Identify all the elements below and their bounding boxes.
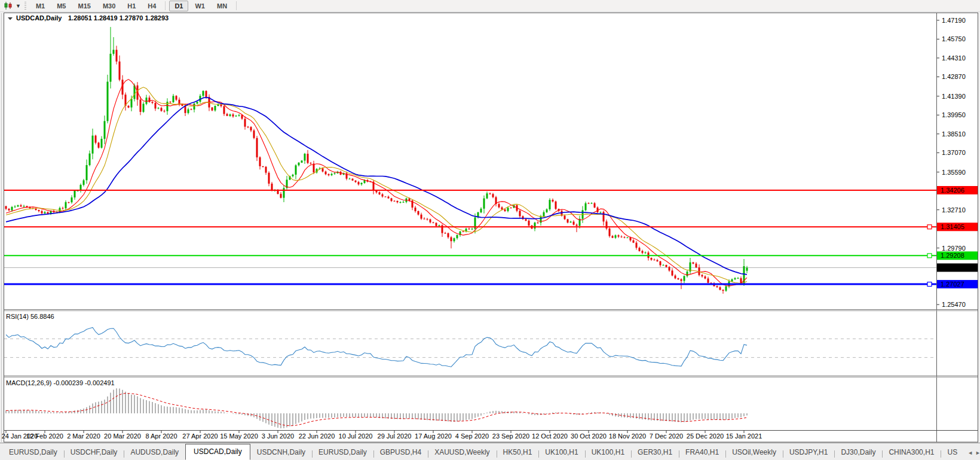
current-price-label: 1.28293 bbox=[941, 264, 964, 271]
candle bbox=[570, 222, 572, 223]
timeframe-m30[interactable]: M30 bbox=[97, 1, 121, 11]
tab-usdchf-daily[interactable]: USDCHF,Daily bbox=[64, 446, 124, 460]
timeframe-h1[interactable]: H1 bbox=[122, 1, 141, 11]
candle bbox=[621, 237, 623, 237]
tab-uk100-h1[interactable]: UK100,H1 bbox=[585, 446, 631, 460]
candle bbox=[708, 279, 709, 283]
candle bbox=[549, 200, 551, 209]
candle bbox=[322, 168, 324, 171]
price-tick-label: 1.25470 bbox=[942, 301, 966, 308]
tab-eurusd-daily[interactable]: EURUSD,Daily bbox=[312, 446, 373, 460]
date-tick-label: 17 Aug 2020 bbox=[415, 432, 452, 440]
candle bbox=[421, 215, 422, 219]
tab-fra40-h1[interactable]: FRA40,H1 bbox=[679, 446, 725, 460]
candle bbox=[250, 127, 252, 130]
candle bbox=[627, 237, 629, 238]
candle bbox=[161, 108, 163, 111]
candle bbox=[41, 211, 43, 214]
date-tick-label: 29 Jul 2020 bbox=[378, 432, 412, 440]
tab-gbpusd-h4[interactable]: GBPUSD,H4 bbox=[373, 446, 428, 460]
candle bbox=[486, 193, 488, 198]
candle bbox=[415, 208, 416, 211]
candle bbox=[241, 115, 243, 118]
candle bbox=[600, 212, 602, 212]
candle bbox=[731, 279, 733, 281]
tab-usdjpy-h1[interactable]: USDJPY,H1 bbox=[783, 446, 834, 460]
tab-hk50-h1[interactable]: HK50,H1 bbox=[497, 446, 539, 460]
candle bbox=[146, 98, 148, 103]
candle bbox=[642, 251, 644, 253]
candle bbox=[212, 108, 213, 111]
timeframe-m5[interactable]: M5 bbox=[51, 1, 71, 11]
tab-audusd-daily[interactable]: AUDUSD,Daily bbox=[124, 446, 185, 460]
price-tick-label: 1.47190 bbox=[942, 17, 966, 24]
macd-label: MACD(12,26,9) -0.000239 -0.002491 bbox=[6, 379, 115, 386]
candle bbox=[203, 91, 204, 96]
candle bbox=[471, 229, 473, 230]
candle bbox=[603, 212, 605, 221]
candle bbox=[633, 240, 635, 243]
tab-usoil-weekly[interactable]: USOil,Weekly bbox=[725, 446, 783, 460]
date-tick-label: 25 Dec 2020 bbox=[687, 432, 724, 440]
candle bbox=[693, 263, 694, 264]
tab-ger30-h1[interactable]: GER30,H1 bbox=[631, 446, 679, 460]
candle bbox=[307, 154, 309, 163]
candle bbox=[657, 260, 659, 261]
candle bbox=[98, 143, 100, 148]
candle bbox=[173, 96, 174, 102]
date-tick-label: 8 Apr 2020 bbox=[145, 432, 177, 440]
candle bbox=[594, 203, 596, 208]
hline-handle[interactable] bbox=[927, 254, 932, 258]
candle bbox=[397, 201, 399, 202]
hline-handle[interactable] bbox=[927, 225, 932, 229]
candle bbox=[424, 219, 425, 220]
candle bbox=[149, 98, 151, 102]
rsi-label: RSI(14) 56.8846 bbox=[6, 313, 54, 320]
candle bbox=[155, 103, 157, 108]
hline-handle[interactable] bbox=[927, 282, 932, 287]
candle bbox=[158, 108, 160, 109]
timeframe-m15[interactable]: M15 bbox=[72, 1, 96, 11]
candle bbox=[95, 136, 97, 143]
tab-uk100-h1[interactable]: UK100,H1 bbox=[538, 446, 584, 460]
tab-xauusd-weekly[interactable]: XAUUSD,Weekly bbox=[428, 446, 496, 460]
candle bbox=[265, 167, 267, 173]
candle bbox=[352, 179, 354, 181]
candle bbox=[624, 237, 626, 237]
candle bbox=[480, 209, 482, 212]
tab-usdcnh-daily[interactable]: USDCNH,Daily bbox=[250, 446, 312, 460]
price-tick-label: 1.35590 bbox=[942, 169, 966, 176]
timeframe-d1[interactable]: D1 bbox=[169, 1, 188, 11]
chart-type-dropdown-icon[interactable]: ▼ bbox=[16, 3, 21, 9]
candle bbox=[215, 106, 216, 111]
timeframe-w1[interactable]: W1 bbox=[189, 1, 210, 11]
candle bbox=[349, 179, 351, 179]
candlestick-chart-icon[interactable] bbox=[3, 1, 14, 10]
date-tick-label: 2 Mar 2020 bbox=[67, 432, 100, 440]
candle bbox=[331, 174, 333, 175]
timeframe-m1[interactable]: M1 bbox=[30, 1, 50, 11]
tab-eurusd-daily[interactable]: EURUSD,Daily bbox=[2, 446, 64, 460]
tab-scroll-right-icon[interactable]: ► bbox=[975, 450, 980, 456]
candle bbox=[176, 96, 177, 99]
candle bbox=[618, 235, 620, 236]
candle bbox=[140, 100, 142, 112]
tab-scroll-left-icon[interactable]: ◄ bbox=[967, 450, 973, 456]
timeframe-h4[interactable]: H4 bbox=[142, 1, 161, 11]
candle bbox=[71, 197, 73, 202]
tab-dj30-daily[interactable]: DJ30,Daily bbox=[834, 446, 882, 460]
candle bbox=[564, 216, 566, 220]
price-tick-label: 1.44310 bbox=[942, 54, 966, 62]
tab-usdcad-daily[interactable]: USDCAD,Daily bbox=[185, 444, 250, 460]
date-tick-label: 20 Mar 2020 bbox=[104, 432, 141, 440]
tab-us[interactable]: US bbox=[941, 446, 964, 460]
candle bbox=[188, 109, 189, 113]
chart-canvas: 10070300 0.0329720.00-0.018154 1.471901.… bbox=[0, 12, 980, 443]
timeframe-mn[interactable]: MN bbox=[212, 1, 232, 11]
candle bbox=[463, 231, 464, 232]
candle bbox=[253, 130, 255, 138]
candle bbox=[232, 114, 234, 116]
tab-china300-h1[interactable]: CHINA300,H1 bbox=[882, 446, 941, 460]
candle bbox=[388, 197, 390, 199]
price-tick-label: 1.37070 bbox=[942, 149, 966, 156]
